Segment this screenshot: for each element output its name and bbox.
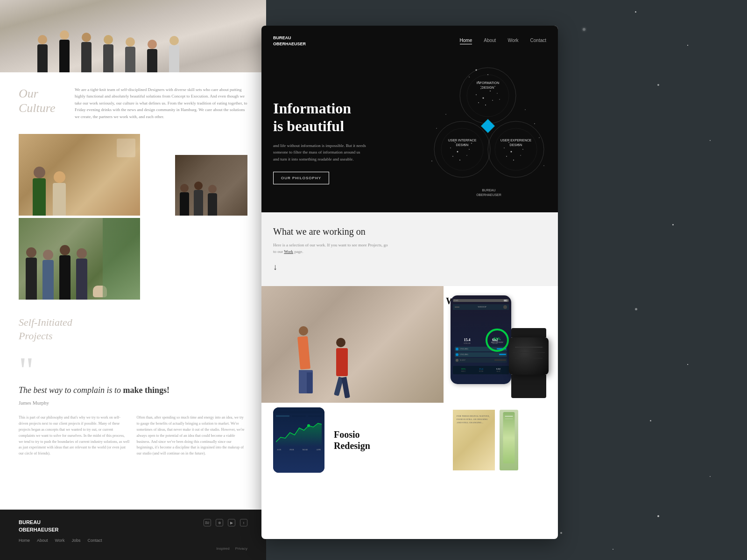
svg-point-38 [511, 151, 512, 153]
quote-author: James Murphy [19, 400, 247, 406]
whoop-phone-mockup: 9:41 WHOOP 81% RECOVERY [451, 295, 511, 384]
svg-point-22 [441, 128, 483, 170]
svg-point-14 [494, 86, 495, 87]
working-on-section: What we are working on Here is a selecti… [261, 212, 558, 286]
twitter-icon[interactable]: t [240, 519, 247, 526]
hero-subtitle: and life without information is impossib… [273, 142, 366, 162]
footer-inspired-link[interactable]: Inspired [216, 546, 229, 551]
nav-brand: BUREAU OBERHAEUSER [273, 35, 306, 47]
culture-photos-row2 [0, 218, 266, 300]
svg-point-1 [469, 77, 470, 77]
hero-content: Information is beautiful and life withou… [273, 99, 366, 184]
svg-point-51 [436, 128, 437, 129]
svg-point-48 [445, 114, 446, 115]
footer-privacy-link[interactable]: Privacy [235, 546, 247, 551]
svg-point-23 [455, 142, 456, 143]
svg-point-8 [490, 91, 491, 91]
self-initiated-title: Self-Initiated Projects [19, 316, 247, 343]
culture-photo-2 [175, 155, 247, 216]
svg-point-49 [525, 109, 526, 110]
culture-photos-row1 [0, 134, 266, 216]
nav-links: Home About Work Contact [460, 38, 546, 44]
right-hero: BUREAU OBERHAEUSER Home About Work Conta… [261, 26, 558, 212]
footer-nav-contact[interactable]: Contact [87, 538, 102, 543]
svg-point-30 [450, 147, 451, 148]
svg-point-39 [522, 149, 523, 150]
svg-point-53 [431, 161, 432, 161]
dribbble-icon[interactable]: ⊕ [216, 519, 223, 526]
whoop-section: WHOOP Gen 3 9:41 WHOOP [261, 286, 558, 403]
culture-photo-3 [19, 218, 140, 300]
behance-icon[interactable]: Bē [204, 519, 211, 526]
body-text-right: Often than, after spending so much time … [137, 415, 248, 457]
svg-text:BUREAU: BUREAU [482, 189, 495, 192]
foosio-info: Foosio Redesign [334, 429, 444, 451]
svg-point-42 [513, 160, 514, 161]
self-initiated-section: Self-Initiated Projects [0, 300, 266, 361]
culture-text: We are a tight-knit team of self-discipl… [75, 86, 247, 120]
nav-link-about[interactable]: About [484, 38, 496, 44]
foosio-section: JAN FEB MAR APR Foosio Redesign FOR THES… [261, 403, 558, 477]
foosio-title: Foosio Redesign [334, 429, 444, 451]
body-text-section: This is part of our philosophy and that'… [0, 406, 266, 466]
svg-point-11 [478, 102, 479, 103]
svg-point-5 [460, 68, 516, 124]
work-page-link[interactable]: Work [284, 249, 293, 254]
youtube-icon[interactable]: ▶ [228, 519, 235, 526]
nav-link-contact[interactable]: Contact [530, 38, 546, 44]
scroll-down-arrow[interactable]: ↓ [273, 262, 546, 272]
team-photo [0, 0, 266, 72]
quote-section: " The best way to complain is to make th… [0, 361, 266, 406]
svg-point-13 [485, 105, 486, 105]
svg-point-34 [488, 121, 544, 177]
nav-link-work[interactable]: Work [507, 38, 518, 44]
left-footer: BUREAU OBERHAEUSER Bē ⊕ ▶ t Home About W… [0, 510, 266, 560]
svg-marker-20 [482, 120, 494, 132]
svg-point-40 [506, 156, 507, 157]
svg-point-28 [466, 155, 467, 156]
footer-bottom: Inspired Privacy [19, 546, 247, 551]
svg-point-9 [483, 98, 484, 99]
svg-point-15 [476, 94, 477, 95]
svg-text:DESIGN: DESIGN [482, 86, 494, 89]
footer-nav: Home About Work Jobs Contact [19, 538, 247, 543]
svg-point-25 [457, 151, 458, 153]
svg-point-29 [459, 160, 460, 161]
foosio-bottle [500, 410, 518, 470]
foosio-right-items: FOR THESE DIGITAL NATIVES, FOOD IS STILL… [453, 410, 546, 470]
svg-point-36 [508, 142, 509, 143]
our-philosophy-button[interactable]: OUR PHILOSOPHY [273, 172, 329, 184]
footer-nav-jobs[interactable]: Jobs [71, 538, 80, 543]
footer-nav-home[interactable]: Home [19, 538, 30, 543]
svg-point-55 [307, 424, 310, 427]
svg-point-12 [497, 93, 498, 94]
svg-text:OBERHAEUSER: OBERHAEUSER [476, 193, 501, 196]
right-nav: BUREAU OBERHAEUSER Home About Work Conta… [261, 26, 558, 56]
working-on-title: What we are working on [273, 226, 546, 237]
svg-text:INFORMATION: INFORMATION [477, 81, 499, 84]
svg-text:DESIGN: DESIGN [456, 143, 469, 147]
svg-text:USER EXPERIENCE: USER EXPERIENCE [500, 139, 532, 142]
quote-mark: " [19, 361, 247, 380]
footer-bottom-nav: Inspired Privacy [216, 546, 247, 551]
nav-link-home[interactable]: Home [460, 38, 472, 44]
svg-text:DESIGN: DESIGN [510, 143, 522, 147]
culture-section: Our Culture We are a tight-knit team of … [0, 72, 266, 134]
footer-nav-about[interactable]: About [37, 538, 48, 543]
svg-point-31 [471, 143, 472, 144]
svg-point-52 [539, 137, 540, 138]
constellation-graphic: INFORMATION DESIGN USER INTERFACE [409, 44, 549, 203]
foosio-phone-mockup: JAN FEB MAR APR [273, 407, 324, 473]
quote-text: The best way to complain is to make thin… [19, 385, 247, 396]
culture-title: Our Culture [19, 86, 65, 120]
hero-title: Information is beautiful [273, 99, 366, 135]
footer-nav-work[interactable]: Work [55, 538, 65, 543]
svg-point-21 [434, 121, 490, 177]
foosio-book: FOR THESE DIGITAL NATIVES, FOOD IS STILL… [453, 410, 495, 470]
culture-photo-1 [19, 134, 140, 216]
svg-text:USER INTERFACE: USER INTERFACE [448, 139, 477, 142]
svg-point-16 [499, 99, 500, 100]
working-on-text: Here is a selection of our work. If you … [273, 242, 390, 255]
svg-point-35 [495, 128, 537, 170]
whoop-background-photo [261, 286, 444, 403]
